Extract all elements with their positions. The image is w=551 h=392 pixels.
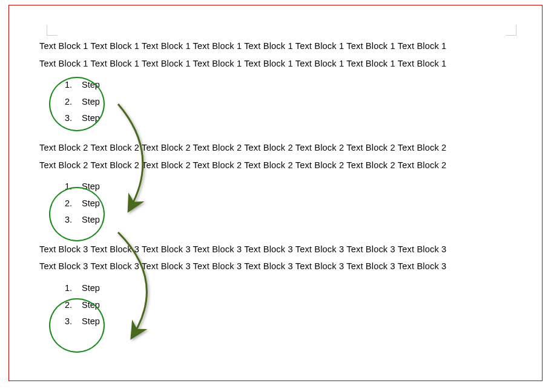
list-item: 1.Step [62,178,524,195]
document-canvas: Text Block 1 Text Block 1 Text Block 1 T… [8,5,543,381]
list-item: 1.Step [62,280,524,297]
steps-list-2: 1.Step 2.Step 3.Step [62,178,524,229]
circle-annotation-3 [49,298,105,353]
circle-annotation-1 [49,77,105,131]
list-item: 3.Step [62,212,524,229]
list-item: 2.Step [62,94,524,111]
text-block-1-line1: Text Block 1 Text Block 1 Text Block 1 T… [39,39,524,54]
text-block-1-line2: Text Block 1 Text Block 1 Text Block 1 T… [39,56,524,71]
list-item: 1.Step [62,77,524,94]
list-item: 3.Step [62,313,524,330]
steps-list-3: 1.Step 2.Step 3.Step [62,280,524,330]
page-content: Text Block 1 Text Block 1 Text Block 1 T… [39,21,524,330]
circle-annotation-2 [49,187,105,241]
list-item: 2.Step [62,297,524,314]
steps-list-1: 1.Step 2.Step 3.Step [62,77,524,127]
text-block-3-line1: Text Block 3 Text Block 3 Text Block 3 T… [39,242,524,257]
list-item: 2.Step [62,195,524,212]
step-label: Step [82,280,100,297]
list-item: 3.Step [62,110,524,127]
step-number: 1. [62,280,72,297]
text-block-2-line2: Text Block 2 Text Block 2 Text Block 2 T… [39,158,524,173]
text-block-2-line1: Text Block 2 Text Block 2 Text Block 2 T… [39,140,524,155]
text-block-3-line2: Text Block 3 Text Block 3 Text Block 3 T… [39,259,524,274]
